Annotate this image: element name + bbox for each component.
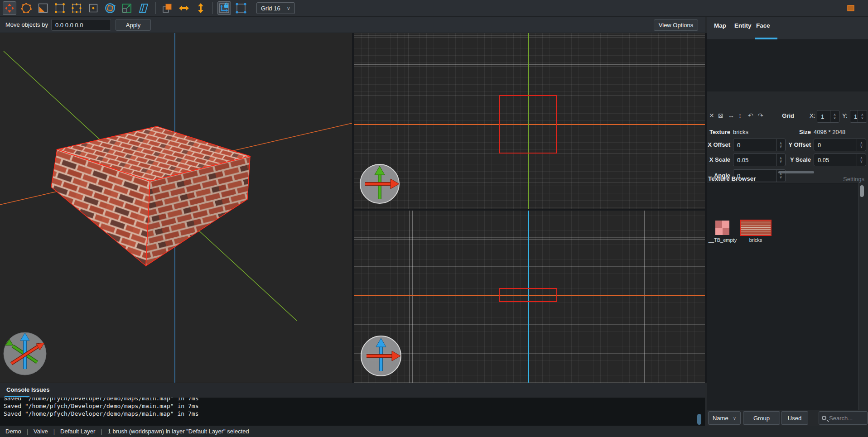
y-scale-spinner[interactable]: 0.05 ∧∨ [814, 154, 866, 166]
uv-lock-icon [235, 2, 247, 14]
rotate-tool-button[interactable] [103, 1, 117, 15]
grid-size-value: Grid 16 [261, 5, 280, 12]
texture-browser-settings-link[interactable]: Settings [843, 176, 864, 182]
flip-u-icon[interactable]: ↔ [728, 112, 734, 119]
selection-tool-button[interactable] [3, 1, 16, 15]
toolbar-divider [155, 2, 156, 14]
vertex-tool-button[interactable] [53, 1, 67, 15]
group-button[interactable]: Group [743, 411, 780, 425]
shear-parallelogram-icon [138, 3, 149, 14]
flip-vertical-icon [195, 2, 207, 14]
status-bar: Demo | Valve | Default Layer | 1 brush (… [0, 426, 868, 437]
status-current-layer: Default Layer [60, 428, 95, 435]
x-scale-spinner[interactable]: 0.05 ∧∨ [733, 154, 786, 166]
texture-tile-tb-empty[interactable] [715, 221, 729, 235]
shear-tool-button[interactable] [137, 1, 150, 15]
apply-button[interactable]: Apply [116, 19, 151, 31]
orientation-gizmo-front[interactable] [357, 333, 405, 379]
spinner-chevrons-icon[interactable]: ∧∨ [776, 154, 785, 166]
console-scrollbar-thumb[interactable] [697, 414, 701, 425]
face-tool-button[interactable] [87, 1, 100, 15]
status-separator: | [95, 428, 107, 435]
used-button[interactable]: Used [781, 411, 808, 425]
y-offset-label: Y Offset [787, 141, 811, 148]
texture-browser-grid: __TB_empty bricks [707, 183, 858, 410]
texture-label: Texture [707, 129, 730, 135]
rotate-uv-ccw-icon[interactable]: ↶ [748, 112, 753, 119]
toolbar-divider [212, 2, 213, 14]
csg-tool-button[interactable] [160, 1, 174, 15]
selected-brush-outline-top[interactable] [499, 95, 557, 154]
move-arrows-icon [4, 3, 15, 14]
flip-horizontal-button[interactable] [177, 1, 191, 15]
texture-browser-scrollbar[interactable] [858, 183, 865, 410]
status-map-name: Demo [5, 428, 21, 435]
grid-y-label: Y: [842, 112, 848, 119]
texture-lock-icon [218, 2, 230, 14]
spinner-chevrons-icon[interactable]: ∧∨ [857, 154, 866, 166]
status-separator: | [21, 428, 34, 435]
viewport-3d[interactable] [0, 33, 352, 383]
right-panel-tabs: Map Entity Face [707, 17, 868, 40]
toolbar-overflow-button[interactable] [845, 3, 857, 14]
brush-tool-button[interactable] [19, 1, 33, 15]
main-toolbar: Grid 16 ∨ [0, 0, 868, 17]
move-objects-input[interactable] [51, 19, 111, 31]
clip-tool-button[interactable] [36, 1, 50, 15]
selected-brush-outline-front[interactable] [499, 288, 557, 302]
search-box[interactable] [819, 411, 868, 425]
tab-console[interactable]: Console [6, 386, 29, 393]
chevron-down-icon: ∨ [733, 416, 736, 421]
spinner-chevrons-icon[interactable]: ∧∨ [857, 139, 866, 151]
view-options-button[interactable]: View Options [654, 19, 698, 31]
spinner-chevrons-icon[interactable]: ∧∨ [858, 110, 867, 122]
reset-uv-world-icon[interactable]: ⊠ [718, 112, 723, 119]
face-attributes-panel: ✕ ⊠ ↔ ↕ ↶ ↷ Grid X: 1 ∧∨ Y: 1 ∧∨ Texture… [707, 91, 868, 188]
uv-lock-button[interactable] [234, 1, 248, 15]
texture-tile-bricks[interactable] [740, 220, 772, 236]
y-offset-spinner[interactable]: 0 ∧∨ [814, 139, 866, 151]
grid-y-spinner[interactable]: 1 ∧∨ [850, 110, 867, 123]
reset-uv-icon[interactable]: ✕ [709, 112, 714, 119]
face-uv-preview-area [707, 40, 868, 91]
viewport-2d-top[interactable] [354, 33, 705, 209]
viewport-3d-scene [0, 33, 352, 383]
flip-v-icon[interactable]: ↕ [738, 112, 742, 119]
texture-tile-label: __TB_empty [708, 237, 738, 243]
polygon-brush-icon [21, 3, 32, 14]
texture-browser-header: Texture Browser Settings [707, 174, 868, 184]
grid-size-dropdown[interactable]: Grid 16 ∨ [256, 2, 295, 14]
grid-x-spinner[interactable]: 1 ∧∨ [817, 110, 839, 123]
active-tab-underline [755, 38, 777, 39]
tab-issues[interactable]: Issues [31, 386, 49, 393]
console-log[interactable]: Saved "/home/pfych/Developer/demo/maps/m… [0, 398, 705, 426]
x-offset-spinner[interactable]: 0 ∧∨ [733, 139, 786, 151]
overflow-tool-icon [847, 5, 855, 12]
size-label: Size [786, 129, 811, 135]
flip-vertical-button[interactable] [194, 1, 207, 15]
search-input[interactable] [829, 415, 861, 422]
texture-tile-label: bricks [740, 237, 772, 243]
grid-x-label: X: [810, 112, 815, 119]
tab-map[interactable]: Map [714, 22, 726, 29]
tab-entity[interactable]: Entity [734, 22, 752, 29]
status-game-name: Valve [34, 428, 48, 435]
size-value: 4096 * 2048 [814, 129, 845, 135]
spinner-chevrons-icon[interactable]: ∧∨ [776, 139, 785, 151]
edge-tool-button[interactable] [70, 1, 83, 15]
spinner-chevrons-icon[interactable]: ∧∨ [830, 110, 839, 122]
selected-brush-3d[interactable] [51, 126, 250, 266]
texture-browser-splitter-handle[interactable] [778, 171, 814, 173]
scrollbar-thumb[interactable] [860, 185, 864, 197]
orientation-gizmo-top[interactable] [356, 161, 404, 207]
texture-browser-title: Texture Browser [708, 175, 756, 182]
orientation-gizmo-3d[interactable] [4, 332, 46, 375]
tab-face[interactable]: Face [756, 22, 770, 29]
scale-tool-button[interactable] [120, 1, 134, 15]
texture-lock-button[interactable] [217, 1, 231, 15]
y-scale-label: Y Scale [787, 156, 811, 163]
status-selection-info: 1 brush (worldspawn) in layer "Default L… [108, 428, 249, 435]
rotate-uv-cw-icon[interactable]: ↷ [758, 112, 763, 119]
sort-dropdown[interactable]: Name ∨ [708, 411, 741, 425]
viewport-2d-front[interactable] [354, 211, 705, 383]
